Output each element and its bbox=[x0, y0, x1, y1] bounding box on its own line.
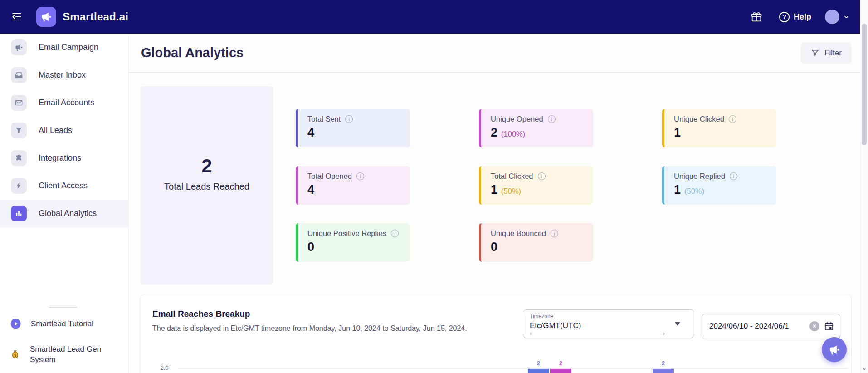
info-icon[interactable] bbox=[356, 172, 364, 180]
chart-bar[interactable] bbox=[653, 369, 674, 373]
sidebar-item-label: Master Inbox bbox=[39, 70, 86, 80]
stat-label: Total Clicked bbox=[491, 172, 533, 181]
y-axis-tick: 2.0 bbox=[161, 365, 168, 371]
sidebar-item-label: All Leads bbox=[39, 126, 72, 135]
filter-button[interactable]: Filter bbox=[801, 42, 852, 64]
stat-card-unique-positive-replies: Unique Positive Replies 0 bbox=[296, 223, 410, 262]
play-icon bbox=[10, 318, 21, 329]
sidebar-item-integrations[interactable]: Integrations bbox=[0, 144, 128, 172]
timezone-value: Etc/GMT(UTC) bbox=[530, 321, 581, 330]
sidebar-item-master-inbox[interactable]: Master Inbox bbox=[0, 61, 128, 89]
total-leads-inner: 2 Total Leads Reached bbox=[164, 155, 249, 192]
avatar[interactable] bbox=[825, 10, 839, 24]
info-icon[interactable] bbox=[730, 172, 737, 180]
sidebar-item-label: Email Accounts bbox=[39, 98, 94, 108]
gift-icon[interactable] bbox=[749, 10, 764, 24]
stat-label: Total Opened bbox=[307, 172, 352, 181]
date-range-value: 2024/06/10 - 2024/06/1 bbox=[709, 322, 805, 331]
page-title: Global Analytics bbox=[141, 45, 244, 60]
chart-bar[interactable] bbox=[528, 369, 549, 373]
top-navbar: Smartlead.ai ? Help bbox=[0, 0, 868, 34]
chevron-left-icon[interactable]: ‹ bbox=[530, 330, 532, 337]
stat-value: 1 bbox=[674, 183, 681, 197]
money-bag-icon: $ bbox=[10, 349, 20, 360]
smartlead-logo-icon[interactable] bbox=[36, 7, 56, 27]
brand-name: Smartlead.ai bbox=[63, 10, 128, 23]
stat-value: 1 bbox=[491, 183, 497, 197]
sidebar-item-client-access[interactable]: Client Access bbox=[0, 172, 128, 200]
date-range-input[interactable]: 2024/06/10 - 2024/06/1 ✕ bbox=[702, 314, 840, 339]
question-icon: ? bbox=[779, 12, 790, 22]
email-reaches-breakup-card: Email Reaches Breakup The data is displa… bbox=[141, 294, 852, 373]
page-header: Global Analytics Filter bbox=[129, 34, 860, 73]
svg-text:$: $ bbox=[14, 353, 16, 357]
stat-percentage: (50%) bbox=[501, 187, 521, 196]
funnel-icon bbox=[11, 123, 27, 138]
puzzle-icon bbox=[11, 150, 27, 166]
info-icon[interactable] bbox=[391, 230, 399, 237]
sidebar-item-email-campaign[interactable]: Email Campaign bbox=[0, 34, 128, 61]
sidebar-item-email-accounts[interactable]: Email Accounts bbox=[0, 89, 128, 117]
stat-card-total-clicked: Total Clicked 1(50%) bbox=[479, 166, 593, 205]
info-icon[interactable] bbox=[551, 230, 558, 237]
smartlead-fab-megaphone-icon[interactable] bbox=[822, 337, 847, 362]
scroll-down-arrow-icon[interactable]: ˅ bbox=[860, 365, 868, 373]
stat-value: 0 bbox=[307, 240, 314, 254]
info-icon[interactable] bbox=[538, 172, 546, 180]
chart-bar[interactable] bbox=[550, 369, 571, 373]
envelope-icon bbox=[11, 95, 27, 111]
sidebar-item-label: Integrations bbox=[39, 153, 81, 163]
total-leads-label: Total Leads Reached bbox=[164, 182, 249, 192]
sidebar-item-label: Global Analytics bbox=[39, 209, 97, 218]
calendar-icon[interactable] bbox=[824, 321, 834, 332]
stat-card-total-opened: Total Opened 4 bbox=[296, 166, 410, 205]
stat-value: 4 bbox=[307, 183, 314, 197]
sidebar-item-global-analytics[interactable]: Global Analytics bbox=[0, 200, 128, 227]
vertical-scrollbar[interactable]: ˅ bbox=[860, 0, 868, 373]
info-icon[interactable] bbox=[548, 115, 556, 123]
timezone-field-label: Timezone bbox=[530, 313, 553, 319]
stat-label: Unique Clicked bbox=[674, 115, 724, 123]
sidebar-divider bbox=[49, 307, 77, 308]
stat-value: 0 bbox=[491, 240, 497, 254]
info-icon[interactable] bbox=[345, 115, 353, 123]
sidebar-item-leadgen-system[interactable]: $ Smartlead Lead Gen System bbox=[10, 344, 107, 365]
chevron-right-icon[interactable]: › bbox=[663, 330, 665, 337]
chevron-down-icon[interactable] bbox=[843, 14, 850, 20]
stat-value: 1 bbox=[674, 126, 681, 140]
lightning-icon bbox=[11, 178, 27, 194]
help-label: Help bbox=[794, 12, 811, 22]
bar-value-label: 2 bbox=[550, 360, 571, 367]
stat-percentage: (100%) bbox=[501, 130, 525, 138]
sidebar-item-label: Smartlead Lead Gen System bbox=[30, 344, 107, 365]
stat-card-total-sent: Total Sent 4 bbox=[296, 109, 410, 147]
sidebar-collapse-icon[interactable] bbox=[9, 9, 24, 25]
filter-funnel-icon bbox=[811, 49, 819, 57]
total-leads-panel: 2 Total Leads Reached bbox=[141, 86, 273, 285]
bar-chart-icon bbox=[11, 206, 27, 221]
dropdown-caret-icon[interactable] bbox=[675, 322, 680, 326]
stat-percentage: (50%) bbox=[684, 187, 704, 196]
main-content: Global Analytics Filter 2 Total Leads Re… bbox=[129, 34, 860, 373]
stat-value: 2 bbox=[491, 126, 497, 140]
total-leads-value: 2 bbox=[164, 155, 249, 177]
stat-label: Total Sent bbox=[307, 115, 341, 123]
sidebar-item-label: Email Campaign bbox=[39, 43, 98, 52]
stat-label: Unique Replied bbox=[674, 172, 725, 181]
sidebar-item-smartlead-tutorial[interactable]: Smartlead Tutorial bbox=[10, 318, 108, 329]
sidebar-item-label: Client Access bbox=[39, 181, 88, 191]
inbox-icon bbox=[11, 67, 27, 83]
info-icon[interactable] bbox=[729, 115, 736, 123]
stat-card-unique-clicked: Unique Clicked 1 bbox=[662, 109, 776, 147]
stat-card-unique-opened: Unique Opened 2(100%) bbox=[479, 109, 593, 147]
clear-icon[interactable]: ✕ bbox=[809, 321, 819, 331]
scrollbar-thumb[interactable] bbox=[862, 24, 867, 145]
help-button[interactable]: ? Help bbox=[779, 12, 811, 22]
filter-label: Filter bbox=[824, 49, 842, 58]
chart-gridline bbox=[177, 368, 848, 369]
timezone-select[interactable]: Timezone Etc/GMT(UTC) ‹ › bbox=[523, 309, 694, 338]
sidebar-item-all-leads[interactable]: All Leads bbox=[0, 117, 128, 144]
stat-label: Unique Bounced bbox=[491, 229, 546, 238]
section-subtitle: The data is displayed in Etc/GMT timezon… bbox=[152, 324, 467, 333]
stat-card-unique-bounced: Unique Bounced 0 bbox=[479, 223, 593, 262]
